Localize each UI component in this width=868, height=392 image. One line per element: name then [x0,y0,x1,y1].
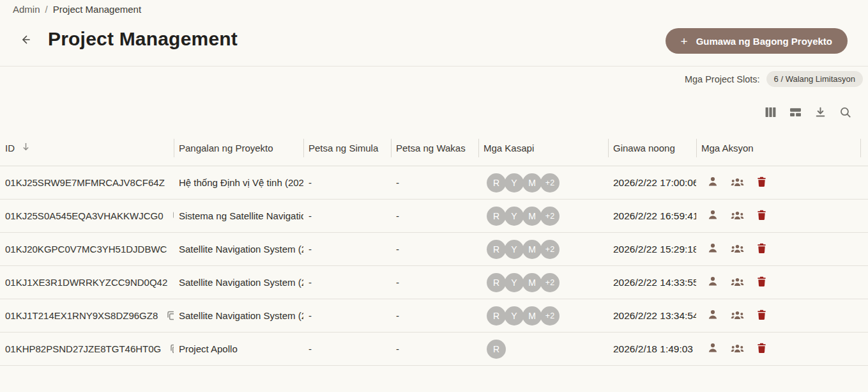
download-button[interactable] [813,105,827,119]
download-icon [814,106,826,118]
table-row[interactable]: 01KHP82PSND27JZE8TGT46HT0G Project Apoll… [0,333,868,366]
project-id: 01KJ20KGPC0V7MC3YH51DJDBWC [5,244,167,255]
delete-project-button[interactable] [756,244,767,255]
column-header-name: Pangalan ng Proyekto [174,130,303,166]
back-button[interactable] [17,32,34,50]
delete-project-button[interactable] [756,177,767,189]
table-row[interactable]: 01KJ1XE3R1DWRRKYZCC9ND0Q42 Satellite Nav… [0,266,868,299]
manage-members-button[interactable] [731,210,743,222]
manage-owner-button[interactable] [707,310,719,322]
create-project-button[interactable]: + Gumawa ng Bagong Proyekto [666,28,848,54]
manage-members-button[interactable] [731,343,743,355]
columns-icon [765,106,777,118]
manage-owner-button[interactable] [707,177,719,189]
member-avatar: R [487,207,506,226]
delete-project-button[interactable] [756,310,767,322]
manage-members-button[interactable] [731,310,743,322]
member-avatar: R [487,340,506,359]
group-icon [731,343,744,356]
manage-members-button[interactable] [731,244,743,255]
avatar-overflow-badge: +2 [540,240,560,259]
breadcrumb-admin-link[interactable]: Admin [13,4,40,15]
breadcrumb-current: Project Management [53,4,141,15]
manage-members-button[interactable] [731,277,743,288]
person-icon [707,342,719,356]
column-header-end-date: Petsa ng Wakas [391,130,478,166]
project-name: Satellite Navigation System (2 [174,233,303,265]
project-name: Satellite Navigation System (2 [174,266,303,299]
member-avatar: M [522,207,542,226]
table-toolbar [763,105,852,119]
table-row[interactable]: 01KJ20KGPC0V7MC3YH51DJDBWC Satellite Nav… [0,233,868,266]
created-date: 2026/2/18 1:49:03 [608,333,696,365]
end-date: - [391,166,478,199]
member-avatar: M [522,306,542,325]
group-icon [731,310,744,322]
table-row[interactable]: 01KJ25SRW9E7MFMRCAJV8CF64Z Hệ thống Định… [0,166,868,200]
columns-view-button[interactable] [763,105,777,119]
column-header-created: Ginawa noong [608,130,696,166]
breadcrumb-separator: / [45,4,48,15]
trash-icon [756,176,767,189]
copy-id-button[interactable] [169,343,174,354]
end-date: - [391,233,478,265]
project-id: 01KJ25S0A545EQA3VHAKKWJCG0 [5,210,164,221]
column-header-id[interactable]: ID [0,130,174,166]
member-avatar: R [487,306,506,325]
project-id-cell: 01KJ20KGPC0V7MC3YH51DJDBWC [0,233,174,265]
manage-owner-button[interactable] [707,343,719,355]
column-header-start-date: Petsa ng Simula [303,130,391,166]
member-avatar: Y [505,273,524,292]
delete-project-button[interactable] [756,210,767,222]
person-icon [707,276,719,289]
project-id: 01KHP82PSND27JZE8TGT46HT0G [5,343,161,354]
end-date: - [391,299,478,332]
member-avatar: Y [505,173,524,192]
actions-cell [696,333,868,365]
search-icon [839,106,851,118]
project-name: Sistema ng Satellite Navigatio [174,200,303,232]
table-row[interactable]: 01KJ1T214EX1RNY9XS8DZ96GZ8 Satellite Nav… [0,299,868,333]
manage-owner-button[interactable] [707,277,719,288]
person-icon [707,309,719,322]
actions-cell [696,166,868,199]
person-icon [707,242,719,256]
arrow-left-icon [19,33,33,49]
member-avatar: M [522,240,542,259]
manage-members-button[interactable] [731,177,743,189]
avatar-overflow-badge: +2 [540,173,560,192]
members-cell: RYM+2 [478,266,608,299]
card-view-button[interactable] [788,105,802,119]
manage-owner-button[interactable] [707,210,719,222]
manage-owner-button[interactable] [707,244,719,255]
end-date: - [391,333,478,365]
project-name: Hệ thống Định vị Vệ tinh (202 [174,166,303,199]
table-row[interactable]: 01KJ25S0A545EQA3VHAKKWJCG0 Sistema ng Sa… [0,200,868,233]
delete-project-button[interactable] [756,277,767,288]
project-id-cell: 01KHP82PSND27JZE8TGT46HT0G [0,333,174,365]
group-icon [731,176,744,189]
breadcrumb: Admin / Project Management [13,4,141,15]
delete-project-button[interactable] [756,343,767,355]
trash-icon [756,309,767,322]
person-icon [707,176,719,189]
search-button[interactable] [838,105,852,119]
sort-desc-icon [21,142,31,153]
members-cell: RYM+2 [478,233,608,265]
copy-id-button[interactable] [166,310,174,321]
header-divider [0,66,868,67]
project-id-cell: 01KJ25SRW9E7MFMRCAJV8CF64Z [0,166,174,199]
projects-table: ID Pangalan ng Proyekto Petsa ng Simula … [0,130,868,366]
group-icon [731,276,744,289]
person-icon [707,209,719,223]
member-avatar: R [487,173,506,192]
card-view-icon [789,106,802,118]
project-id-cell: 01KJ1XE3R1DWRRKYZCC9ND0Q42 [0,266,174,299]
project-id-cell: 01KJ1T214EX1RNY9XS8DZ96GZ8 [0,299,174,332]
created-date: 2026/2/22 14:33:55 [608,266,696,299]
end-date: - [391,266,478,299]
create-project-button-label: Gumawa ng Bagong Proyekto [696,36,832,47]
table-header-row: ID Pangalan ng Proyekto Petsa ng Simula … [0,130,868,166]
project-id: 01KJ1XE3R1DWRRKYZCC9ND0Q42 [5,277,167,288]
page-title: Project Management [48,28,238,50]
